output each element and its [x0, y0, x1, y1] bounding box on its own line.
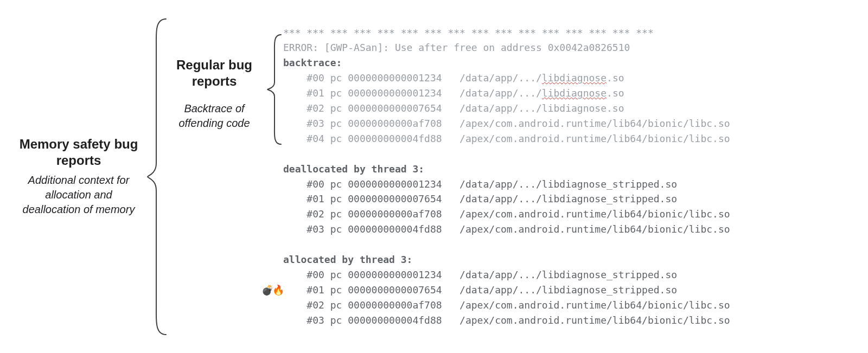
inner-brace — [266, 33, 283, 146]
alloc-rows: #00 pc 0000000000001234 /data/app/.../li… — [283, 267, 852, 328]
stack-frame: #03 pc 000000000004fd88 /apex/com.androi… — [283, 222, 852, 237]
backtrace-frame: #01 pc 0000000000001234 /data/app/.../li… — [283, 86, 852, 101]
backtrace-frame: #04 pc 000000000004fd88 /apex/com.androi… — [283, 131, 852, 146]
code-listing: *** *** *** *** *** *** *** *** *** *** … — [283, 25, 852, 328]
backtrace-frame: #02 pc 0000000000007654 /data/app/.../li… — [283, 101, 852, 116]
diagram-container: Memory safety bug reports Additional con… — [16, 11, 852, 342]
blank-line — [283, 146, 852, 162]
backtrace-frame: #03 pc 00000000000af708 /apex/com.androi… — [283, 116, 852, 131]
outer-brace — [146, 17, 168, 337]
stack-frame: #02 pc 00000000000af708 /apex/com.androi… — [283, 207, 852, 222]
outer-title: Memory safety bug reports — [16, 136, 141, 169]
dealloc-heading: deallocated by thread 3: — [283, 162, 852, 177]
backtrace-frame: #00 pc 0000000000001234 /data/app/.../li… — [283, 70, 852, 86]
alloc-heading: allocated by thread 3: — [283, 252, 852, 267]
backtrace-rows: #00 pc 0000000000001234 /data/app/.../li… — [283, 70, 852, 146]
stack-frame: #03 pc 000000000004fd88 /apex/com.androi… — [283, 313, 852, 328]
inner-subtitle: Backtrace of offending code — [168, 101, 260, 131]
blank-line — [283, 237, 852, 252]
outer-subtitle: Additional context for allocation and de… — [16, 173, 141, 217]
stack-frame: 💣🔥#01 pc 0000000000007654 /data/app/.../… — [283, 283, 852, 298]
backtrace-heading: backtrace: — [283, 55, 852, 70]
stack-frame: #00 pc 0000000000001234 /data/app/.../li… — [283, 267, 852, 283]
separator-stars: *** *** *** *** *** *** *** *** *** *** … — [283, 25, 852, 41]
stack-frame: #00 pc 0000000000001234 /data/app/.../li… — [283, 177, 852, 192]
error-line: ERROR: [GWP-ASan]: Use after free on add… — [283, 40, 852, 55]
inner-label-column: Regular bug reports Backtrace of offendi… — [168, 57, 266, 131]
dealloc-rows: #00 pc 0000000000001234 /data/app/.../li… — [283, 177, 852, 238]
bomb-fire-icon: 💣🔥 — [261, 283, 283, 298]
stack-frame: #01 pc 0000000000007654 /data/app/.../li… — [283, 191, 852, 207]
inner-title: Regular bug reports — [168, 57, 260, 89]
outer-label-column: Memory safety bug reports Additional con… — [16, 136, 146, 217]
stack-frame: #02 pc 00000000000af708 /apex/com.androi… — [283, 298, 852, 313]
